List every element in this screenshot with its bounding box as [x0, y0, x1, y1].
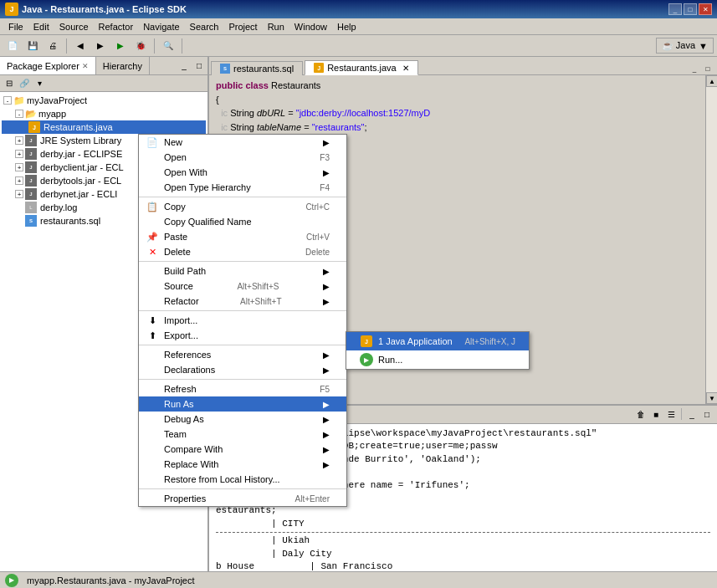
ctx-import[interactable]: ⬇ Import...	[139, 313, 346, 328]
submenu-java-app[interactable]: J 1 Java Application Alt+Shift+X, J	[346, 332, 529, 350]
debug-button[interactable]: 🐞	[131, 38, 150, 54]
ctx-refactor-arrow: ▶	[323, 297, 330, 306]
expand-myapp[interactable]: -	[15, 110, 23, 118]
sep2	[154, 38, 155, 54]
close-button[interactable]: ✕	[699, 3, 712, 15]
tab-restaurants-sql[interactable]: S restaurants.sql	[211, 61, 303, 75]
menu-project[interactable]: Project	[223, 20, 262, 33]
ctx-new-label: New	[164, 137, 182, 147]
ctx-copy-qualified[interactable]: Copy Qualified Name	[139, 214, 346, 229]
view-menu-button[interactable]: ▾	[32, 76, 47, 91]
perspective-arrow[interactable]: ▼	[699, 41, 708, 51]
ctx-open-type-hierarchy[interactable]: Open Type Hierarchy F4	[139, 180, 346, 195]
new-button[interactable]: 📄	[3, 38, 22, 54]
java-app-icon: J	[360, 335, 373, 348]
import-icon: ⬇	[146, 314, 159, 327]
ctx-references[interactable]: References ▶	[139, 347, 346, 362]
scroll-down-arrow[interactable]: ▼	[706, 392, 717, 404]
tab-close-java[interactable]: ✕	[402, 64, 409, 73]
tree-item-myapp[interactable]: - 📂 myapp	[2, 107, 206, 120]
expand-derbynet[interactable]: +	[15, 190, 23, 198]
editor-scroll[interactable]: ▲ ▼	[705, 75, 717, 404]
save-button[interactable]: 💾	[23, 38, 42, 54]
scroll-track[interactable]	[706, 87, 717, 392]
submenu-run[interactable]: ▶ Run...	[346, 350, 529, 369]
console-max-button[interactable]: □	[700, 408, 714, 422]
menu-refactor[interactable]: Refactor	[94, 20, 139, 33]
console-table-header: | CITY	[216, 518, 710, 530]
expand-jre[interactable]: +	[15, 136, 23, 145]
ctx-open[interactable]: Open F3	[139, 150, 346, 165]
ctx-sep-3	[139, 310, 346, 311]
tab-hierarchy[interactable]: Hierarchy	[96, 57, 150, 74]
ctx-open-with[interactable]: Open With ▶	[139, 165, 346, 180]
link-editor-button[interactable]: 🔗	[17, 76, 32, 91]
expand-derby[interactable]: +	[15, 150, 23, 158]
menu-window[interactable]: Window	[289, 20, 332, 33]
ctx-paste[interactable]: 📌 Paste Ctrl+V	[139, 229, 346, 244]
minimize-button[interactable]: _	[668, 3, 682, 15]
ctx-restore-local[interactable]: Restore from Local History...	[139, 472, 346, 487]
expand-myJavaProject[interactable]: -	[3, 96, 12, 105]
scroll-up-arrow[interactable]: ▲	[706, 75, 717, 87]
java-icon-Restaurants: J	[28, 121, 40, 133]
menu-run[interactable]: Run	[263, 20, 289, 33]
menu-navigate[interactable]: Navigate	[138, 20, 184, 33]
ctx-import-label: Import...	[164, 315, 197, 325]
expand-derbyclient[interactable]: +	[15, 163, 23, 171]
search-button[interactable]: 🔍	[159, 38, 177, 54]
sql-tab-icon: S	[220, 64, 230, 74]
ctx-source-label: Source	[164, 281, 193, 291]
forward-button[interactable]: ▶	[91, 38, 110, 54]
java-icon-small: J	[361, 335, 372, 347]
console-stop-button[interactable]: ■	[649, 408, 663, 422]
ctx-debug-as[interactable]: Debug As ▶	[139, 412, 346, 427]
ctx-source[interactable]: Source Alt+Shift+S ▶	[139, 279, 346, 294]
ctx-new[interactable]: 📄 New ▶	[139, 135, 346, 150]
ctx-refresh[interactable]: Refresh F5	[139, 381, 346, 396]
panel-max-button[interactable]: □	[192, 59, 206, 73]
console-min-button[interactable]: _	[685, 408, 699, 422]
code-line-3: ic String dbURL = "jdbc:derby://localhos…	[216, 106, 710, 120]
ctx-copy-shortcut: Ctrl+C	[305, 202, 330, 212]
ctx-export[interactable]: ⬆ Export...	[139, 328, 346, 343]
ctx-declarations[interactable]: Declarations ▶	[139, 362, 346, 377]
ctx-copy[interactable]: 📋 Copy Ctrl+C	[139, 199, 346, 214]
editor-max-button[interactable]: □	[702, 63, 714, 74]
ctx-open-type-label: Open Type Hierarchy	[164, 182, 251, 192]
editor-min-button[interactable]: _	[689, 63, 700, 74]
console-table-row-3: b House | San Francisco	[216, 560, 710, 571]
ctx-compare-with[interactable]: Compare With ▶	[139, 442, 346, 457]
console-options-button[interactable]: ☰	[664, 408, 678, 422]
maximize-button[interactable]: □	[684, 3, 697, 15]
menu-help[interactable]: Help	[332, 20, 361, 33]
expand-derbytools[interactable]: +	[15, 176, 23, 185]
collapse-all-button[interactable]: ⊟	[2, 76, 17, 91]
menu-file[interactable]: File	[3, 20, 28, 33]
tree-item-Restaurants-java[interactable]: J Restaurants.java	[2, 120, 206, 134]
menu-source[interactable]: Source	[54, 20, 94, 33]
ctx-refresh-shortcut: F5	[320, 385, 330, 394]
tab-package-explorer[interactable]: Package Explorer ✕	[0, 57, 96, 74]
print-button[interactable]: 🖨	[44, 38, 62, 54]
menu-search[interactable]: Search	[185, 20, 224, 33]
ctx-refactor[interactable]: Refactor Alt+Shift+T ▶	[139, 294, 346, 309]
ctx-properties-shortcut: Alt+Enter	[295, 494, 330, 504]
tab-Restaurants-java[interactable]: J Restaurants.java ✕	[305, 60, 418, 75]
tree-item-myJavaProject[interactable]: - 📁 myJavaProject	[2, 94, 206, 107]
java-tab-icon: J	[314, 63, 324, 73]
back-button[interactable]: ◀	[71, 38, 90, 54]
package-explorer-close[interactable]: ✕	[82, 62, 89, 70]
ctx-replace-with[interactable]: Replace With ▶	[139, 457, 346, 472]
package-explorer-label: Package Explorer	[7, 61, 79, 71]
ctx-team[interactable]: Team ▶	[139, 427, 346, 442]
ctx-build-path[interactable]: Build Path ▶	[139, 263, 346, 279]
menu-bar: File Edit Source Refactor Navigate Searc…	[0, 18, 717, 35]
menu-edit[interactable]: Edit	[28, 20, 54, 33]
console-clear-button[interactable]: 🗑	[634, 408, 648, 422]
ctx-delete[interactable]: ✕ Delete Delete	[139, 244, 346, 259]
ctx-properties[interactable]: Properties Alt+Enter	[139, 491, 346, 506]
run-button[interactable]: ▶	[111, 38, 130, 54]
panel-min-button[interactable]: _	[177, 59, 191, 73]
ctx-run-as[interactable]: Run As ▶	[139, 396, 346, 412]
